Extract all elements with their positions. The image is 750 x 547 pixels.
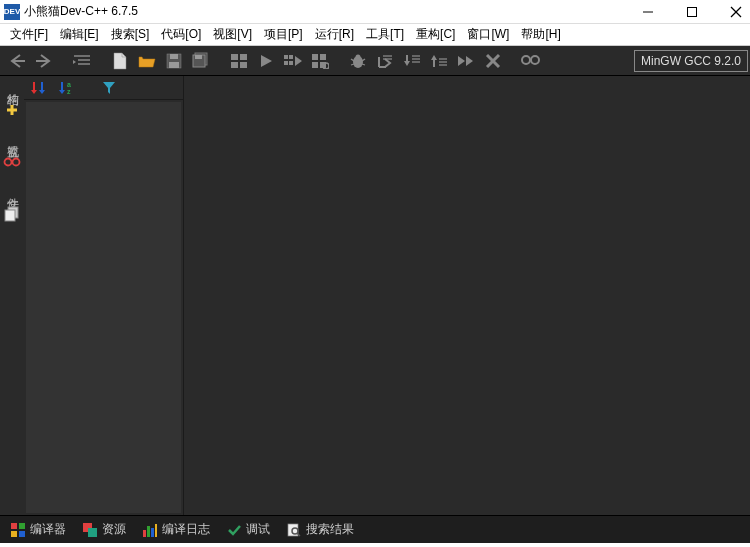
watch-glasses-icon[interactable] bbox=[2, 152, 22, 172]
svg-rect-69 bbox=[143, 530, 146, 537]
app-icon: DEV bbox=[4, 4, 20, 20]
svg-rect-66 bbox=[19, 531, 25, 537]
compiler-select[interactable]: MinGW GCC 9.2.0 bbox=[634, 50, 748, 72]
compile-run-button[interactable] bbox=[280, 48, 306, 74]
svg-rect-72 bbox=[155, 524, 157, 537]
bottom-tab-compile-log[interactable]: 编译日志 bbox=[136, 518, 216, 541]
add-class-icon[interactable] bbox=[2, 100, 22, 120]
bottom-tab-resources[interactable]: 资源 bbox=[76, 518, 132, 541]
svg-point-49 bbox=[531, 56, 539, 64]
svg-text:z: z bbox=[67, 88, 71, 95]
debug-button[interactable] bbox=[345, 48, 371, 74]
structure-tree[interactable] bbox=[26, 102, 181, 513]
rebuild-button[interactable] bbox=[307, 48, 333, 74]
left-tab-structure[interactable]: 结构 bbox=[2, 80, 23, 88]
svg-rect-10 bbox=[170, 54, 178, 59]
sort-inherit-button[interactable] bbox=[28, 78, 50, 98]
check-icon bbox=[226, 522, 242, 538]
statusbar bbox=[0, 543, 750, 547]
bottom-tab-compile-log-label: 编译日志 bbox=[162, 521, 210, 538]
stop-debug-button[interactable] bbox=[480, 48, 506, 74]
menu-tools[interactable]: 工具[T] bbox=[360, 24, 410, 45]
step-into-button[interactable] bbox=[399, 48, 425, 74]
grid-icon bbox=[10, 522, 26, 538]
menu-window[interactable]: 窗口[W] bbox=[461, 24, 515, 45]
svg-rect-71 bbox=[151, 528, 154, 537]
svg-rect-11 bbox=[169, 62, 179, 68]
menu-edit[interactable]: 编辑[E] bbox=[54, 24, 105, 45]
menu-project[interactable]: 项目[P] bbox=[258, 24, 309, 45]
svg-rect-17 bbox=[231, 62, 238, 68]
bottom-tab-resources-label: 资源 bbox=[102, 521, 126, 538]
step-out-button[interactable] bbox=[426, 48, 452, 74]
step-over-button[interactable] bbox=[372, 48, 398, 74]
menu-search[interactable]: 搜索[S] bbox=[105, 24, 156, 45]
svg-rect-1 bbox=[688, 7, 697, 16]
menu-help[interactable]: 帮助[H] bbox=[515, 24, 566, 45]
find-button[interactable] bbox=[518, 48, 544, 74]
svg-rect-19 bbox=[284, 55, 288, 59]
svg-point-53 bbox=[5, 159, 12, 166]
open-file-button[interactable] bbox=[134, 48, 160, 74]
svg-line-33 bbox=[362, 64, 365, 65]
menu-run[interactable]: 运行[R] bbox=[309, 24, 360, 45]
menu-file[interactable]: 文件[F] bbox=[4, 24, 54, 45]
svg-rect-25 bbox=[312, 62, 318, 68]
svg-rect-18 bbox=[240, 62, 247, 68]
forward-button[interactable] bbox=[31, 48, 57, 74]
overlap-icon bbox=[82, 522, 98, 538]
svg-rect-23 bbox=[312, 54, 318, 60]
menu-view[interactable]: 视图[V] bbox=[207, 24, 258, 45]
continue-button[interactable] bbox=[453, 48, 479, 74]
bottom-tab-strip: 编译器 资源 编译日志 调试 搜索结果 bbox=[0, 515, 750, 543]
menubar: 文件[F] 编辑[E] 搜索[S] 代码[O] 视图[V] 项目[P] 运行[R… bbox=[0, 24, 750, 46]
svg-rect-70 bbox=[147, 526, 150, 537]
svg-rect-24 bbox=[320, 54, 326, 60]
svg-line-32 bbox=[351, 64, 354, 65]
filter-button[interactable] bbox=[98, 78, 120, 98]
bottom-tab-search-results-label: 搜索结果 bbox=[306, 521, 354, 538]
compile-button[interactable] bbox=[226, 48, 252, 74]
copy-files-icon[interactable] bbox=[2, 204, 22, 224]
menu-refactor[interactable]: 重构[C] bbox=[410, 24, 461, 45]
svg-rect-16 bbox=[240, 54, 247, 60]
editor-area[interactable] bbox=[184, 76, 750, 515]
svg-point-54 bbox=[13, 159, 20, 166]
bottom-tab-debug-label: 调试 bbox=[246, 521, 270, 538]
left-tab-strip: 结构 监视 文件 bbox=[0, 76, 24, 515]
new-file-button[interactable] bbox=[107, 48, 133, 74]
structure-panel-header: az bbox=[24, 76, 183, 100]
minimize-button[interactable] bbox=[638, 2, 658, 22]
main-toolbar: MinGW GCC 9.2.0 bbox=[0, 46, 750, 76]
save-button[interactable] bbox=[161, 48, 187, 74]
svg-point-48 bbox=[522, 56, 530, 64]
menu-code[interactable]: 代码[O] bbox=[155, 24, 207, 45]
svg-rect-68 bbox=[88, 528, 97, 537]
bottom-tab-compiler[interactable]: 编译器 bbox=[4, 518, 72, 541]
save-all-button[interactable] bbox=[188, 48, 214, 74]
indent-button[interactable] bbox=[69, 48, 95, 74]
close-button[interactable] bbox=[726, 2, 746, 22]
svg-rect-21 bbox=[289, 55, 293, 59]
svg-rect-22 bbox=[289, 61, 293, 65]
sort-alpha-button[interactable]: az bbox=[56, 78, 78, 98]
titlebar: DEV 小熊猫Dev-C++ 6.7.5 bbox=[0, 0, 750, 24]
bottom-tab-search-results[interactable]: 搜索结果 bbox=[280, 518, 360, 541]
svg-rect-63 bbox=[11, 523, 17, 529]
bottom-tab-debug[interactable]: 调试 bbox=[220, 518, 276, 541]
svg-rect-15 bbox=[231, 54, 238, 60]
svg-rect-57 bbox=[5, 210, 15, 221]
window-title: 小熊猫Dev-C++ 6.7.5 bbox=[24, 3, 638, 20]
svg-rect-20 bbox=[284, 61, 288, 65]
left-tab-watch[interactable]: 监视 bbox=[2, 132, 23, 140]
back-button[interactable] bbox=[4, 48, 30, 74]
run-button[interactable] bbox=[253, 48, 279, 74]
bars-icon bbox=[142, 522, 158, 538]
left-tab-files[interactable]: 文件 bbox=[2, 184, 23, 192]
bottom-tab-compiler-label: 编译器 bbox=[30, 521, 66, 538]
structure-panel: az bbox=[24, 76, 184, 515]
svg-rect-64 bbox=[19, 523, 25, 529]
maximize-button[interactable] bbox=[682, 2, 702, 22]
svg-point-29 bbox=[356, 54, 361, 59]
svg-text:a: a bbox=[67, 81, 71, 88]
